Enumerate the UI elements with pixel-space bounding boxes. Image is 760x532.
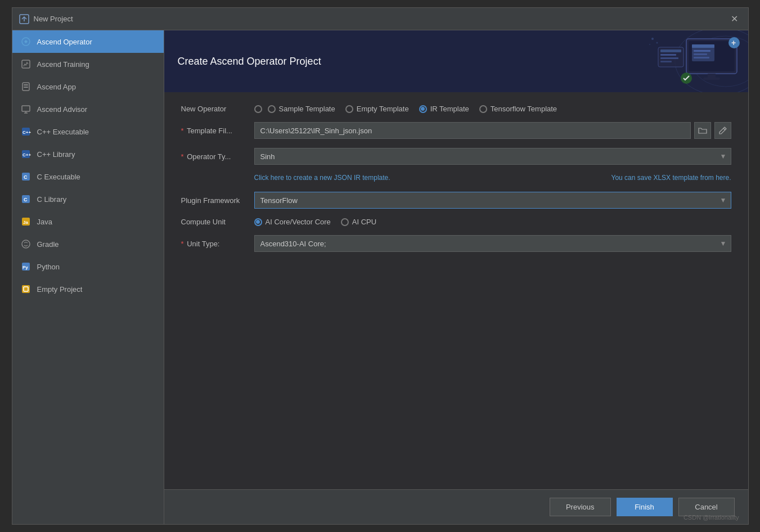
ai-cpu-label: AI CPU bbox=[352, 218, 376, 226]
operator-type-select-wrapper: Sinh ▼ bbox=[254, 148, 731, 165]
training-icon bbox=[20, 58, 32, 70]
panel-title: Create Ascend Operator Project bbox=[178, 56, 321, 67]
sidebar-item-empty-project[interactable]: Empty Project bbox=[12, 278, 164, 300]
unit-type-row: * Unit Type: Ascend310-AI Core; Ascend91… bbox=[181, 235, 731, 252]
sample-template-label: Sample Template bbox=[279, 105, 335, 113]
ir-template-label: IR Template bbox=[430, 105, 469, 113]
plugin-framework-select[interactable]: TensorFlow Caffe MindSpore ONNX bbox=[254, 192, 731, 209]
empty-project-icon bbox=[20, 283, 32, 295]
template-file-input[interactable] bbox=[254, 122, 691, 139]
advisor-icon bbox=[20, 103, 32, 115]
sidebar-item-python[interactable]: Py Python bbox=[12, 255, 164, 278]
tensorflow-radio-circle[interactable] bbox=[479, 105, 487, 113]
template-file-input-row bbox=[254, 122, 731, 139]
svg-rect-4 bbox=[24, 84, 28, 85]
compute-unit-radio-group: AI Core/Vector Core AI CPU bbox=[254, 218, 377, 226]
watermark: CSDN @irrationality bbox=[683, 514, 739, 521]
svg-rect-37 bbox=[660, 54, 676, 56]
sidebar-item-java[interactable]: Ja Java bbox=[12, 210, 164, 233]
app-icon bbox=[20, 81, 32, 92]
new-operator-radio-circle[interactable] bbox=[254, 105, 262, 113]
sidebar-label-cpp-executable: C++ Executable bbox=[37, 128, 89, 136]
ai-core-radio-circle[interactable] bbox=[254, 218, 262, 226]
svg-rect-39 bbox=[660, 61, 672, 62]
cpp-exec-icon: C++ bbox=[20, 126, 32, 137]
empty-radio-circle[interactable] bbox=[345, 105, 353, 113]
sidebar-item-ascend-operator[interactable]: Ascend Operator bbox=[12, 30, 164, 53]
svg-text:C++: C++ bbox=[23, 152, 31, 157]
sidebar-item-ascend-advisor[interactable]: Ascend Advisor bbox=[12, 98, 164, 120]
sidebar-label-cpp-library: C++ Library bbox=[37, 150, 75, 159]
svg-rect-36 bbox=[660, 49, 681, 52]
form-area: New Operator Sample Template Empty Templ… bbox=[164, 92, 748, 489]
title-bar: New Project ✕ bbox=[12, 8, 748, 30]
sidebar-label-gradle: Gradle bbox=[37, 240, 59, 249]
svg-text:C: C bbox=[24, 174, 28, 180]
previous-button[interactable]: Previous bbox=[550, 498, 611, 516]
operator-icon bbox=[20, 36, 32, 47]
svg-rect-38 bbox=[660, 57, 678, 59]
sidebar: Ascend Operator Ascend Training bbox=[12, 30, 164, 524]
sidebar-label-empty-project: Empty Project bbox=[37, 285, 83, 294]
template-file-row: * Template Fil... bbox=[181, 122, 731, 139]
svg-text:+: + bbox=[731, 38, 736, 47]
header-decoration: + bbox=[624, 30, 748, 92]
required-star-template: * bbox=[181, 127, 184, 135]
radio-option-ir[interactable]: IR Template bbox=[419, 105, 469, 113]
sidebar-label-ascend-advisor: Ascend Advisor bbox=[37, 105, 88, 114]
sidebar-item-ascend-training[interactable]: Ascend Training bbox=[12, 53, 164, 75]
sidebar-label-c-executable: C Executable bbox=[37, 173, 80, 181]
unit-type-select-wrapper: Ascend310-AI Core; Ascend910-AI Core; ▼ bbox=[254, 235, 731, 252]
close-button[interactable]: ✕ bbox=[727, 12, 741, 25]
sidebar-item-c-library[interactable]: C C Library bbox=[12, 188, 164, 210]
finish-button[interactable]: Finish bbox=[617, 498, 673, 516]
radio-option-ai-core[interactable]: AI Core/Vector Core bbox=[254, 218, 331, 226]
template-file-label: * Template Fil... bbox=[181, 127, 249, 135]
sidebar-item-cpp-executable[interactable]: C++ C++ Executable bbox=[12, 120, 164, 143]
plugin-framework-label: Plugin Framework bbox=[181, 196, 249, 205]
svg-point-17 bbox=[22, 240, 30, 248]
svg-rect-30 bbox=[694, 50, 710, 52]
unit-type-select[interactable]: Ascend310-AI Core; Ascend910-AI Core; bbox=[254, 235, 731, 252]
ai-core-label: AI Core/Vector Core bbox=[266, 218, 331, 226]
sidebar-label-java: Java bbox=[37, 218, 52, 226]
operator-type-select[interactable]: Sinh bbox=[254, 148, 731, 165]
panel-header: Create Ascend Operator Project bbox=[164, 30, 748, 92]
links-row: Click here to create a new JSON IR templ… bbox=[181, 174, 731, 182]
plugin-framework-select-wrapper: TensorFlow Caffe MindSpore ONNX ▼ bbox=[254, 192, 731, 209]
svg-point-41 bbox=[651, 38, 654, 40]
compute-unit-row: Compute Unit AI Core/Vector Core AI CPU bbox=[181, 218, 731, 226]
save-xlsx-link[interactable]: You can save XLSX template from here. bbox=[611, 174, 731, 182]
sidebar-item-ascend-app[interactable]: Ascend App bbox=[12, 75, 164, 98]
ai-cpu-radio-circle[interactable] bbox=[341, 218, 349, 226]
svg-text:C++: C++ bbox=[23, 130, 31, 135]
svg-rect-2 bbox=[22, 60, 30, 68]
new-operator-label: New Operator bbox=[181, 105, 249, 113]
tensorflow-template-label: Tensorflow Template bbox=[491, 105, 557, 113]
ir-radio-circle[interactable] bbox=[419, 105, 427, 113]
radio-option-empty[interactable]: Empty Template bbox=[345, 105, 409, 113]
operator-type-label: * Operator Ty... bbox=[181, 152, 249, 161]
sidebar-label-ascend-app: Ascend App bbox=[37, 83, 76, 91]
create-json-link[interactable]: Click here to create a new JSON IR templ… bbox=[254, 174, 390, 182]
svg-point-43 bbox=[649, 44, 650, 45]
footer: Previous Finish Cancel bbox=[164, 489, 748, 524]
browse-folder-button[interactable] bbox=[694, 122, 711, 139]
radio-option-ai-cpu[interactable]: AI CPU bbox=[341, 218, 376, 226]
svg-rect-29 bbox=[692, 44, 714, 48]
radio-option-tensorflow[interactable]: Tensorflow Template bbox=[479, 105, 557, 113]
svg-rect-6 bbox=[22, 106, 30, 111]
required-star-unit: * bbox=[181, 240, 184, 248]
radio-option-sample[interactable]: Sample Template bbox=[268, 105, 335, 113]
sidebar-item-c-executable[interactable]: C C Executable bbox=[12, 165, 164, 188]
plugin-framework-row: Plugin Framework TensorFlow Caffe MindSp… bbox=[181, 192, 731, 209]
sample-radio-circle[interactable] bbox=[268, 105, 276, 113]
template-radio-group: Sample Template Empty Template IR Templa… bbox=[268, 105, 557, 113]
svg-point-42 bbox=[656, 42, 658, 44]
sidebar-item-gradle[interactable]: Gradle bbox=[12, 233, 164, 255]
edit-file-button[interactable] bbox=[714, 122, 731, 139]
sidebar-item-cpp-library[interactable]: C++ C++ Library bbox=[12, 143, 164, 165]
svg-rect-5 bbox=[24, 87, 28, 88]
dialog-title: New Project bbox=[34, 15, 73, 23]
sidebar-label-python: Python bbox=[37, 263, 60, 271]
